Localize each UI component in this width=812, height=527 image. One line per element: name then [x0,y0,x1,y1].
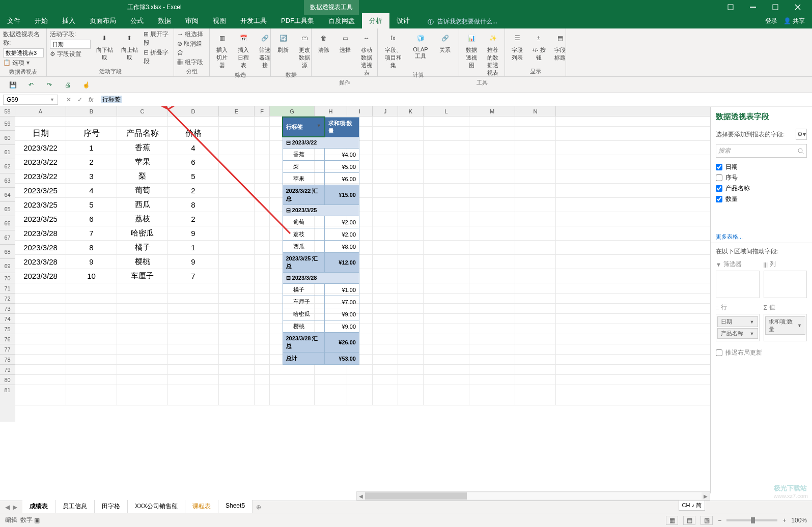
macro-record-icon[interactable]: ▣ [34,517,40,524]
ribbon-tab[interactable]: 开发工具 [233,13,274,28]
maximize-icon[interactable] [765,0,786,14]
value-chip[interactable]: 求和项:数量▼ [765,316,806,335]
sheet-tab[interactable]: Sheet5 [218,500,253,514]
plusminus-button[interactable]: ±+/- 按钮 [529,30,548,63]
more-tables-link[interactable]: 更多表格... [711,231,812,243]
status-num: 数字 [20,516,33,524]
share-button[interactable]: 👤 共享 [783,17,805,25]
sign-in-button[interactable]: 登录 [765,17,777,25]
insert-slicer-button[interactable]: ▥插入切片器 [213,30,231,70]
sheet-tab[interactable]: 课程表 [185,500,218,514]
formula-input[interactable]: 行标签 [98,94,812,105]
zoom-in-button[interactable]: + [782,517,786,524]
sheet-nav-next[interactable]: ▶ [13,504,17,511]
ribbon-tab[interactable]: 设计 [389,13,417,28]
sheet-tab[interactable]: 田字格 [95,500,128,514]
pivotchart-button[interactable]: 📊数据透视图 [462,30,481,70]
column-zone[interactable]: ||| 列 [764,259,807,298]
drill-down-button[interactable]: ⬇向下钻取 [94,30,116,63]
ribbon-tab[interactable]: 数据 [151,13,178,28]
sheet-nav-prev[interactable]: ◀ [5,504,10,511]
pivot-table[interactable]: 行标签 ▼求和项:数量⊟ 2023/3/22香蕉¥4.00梨¥5.00苹果¥6.… [282,116,359,365]
ime-indicator[interactable]: CH ♪ 简 [679,500,706,511]
ribbon-tab[interactable]: 文件 [0,13,27,28]
field-checkbox[interactable]: 数量 [716,194,807,204]
olap-tools-button[interactable]: 🧊OLAP 工具 [408,30,433,61]
filter-zone[interactable]: ▼ 筛选器 [716,259,760,298]
zoom-level[interactable]: 100% [791,517,807,524]
row-chip[interactable]: 日期▼ [717,316,758,327]
row-headers[interactable]: 5859606162636465666768697071727374757677… [0,106,15,422]
normal-view-icon[interactable]: ▦ [666,516,678,525]
fields-items-button[interactable]: fx字段、项目和集 [381,30,405,70]
ribbon-tab[interactable]: 公式 [123,13,151,28]
pvt-name-input[interactable] [3,48,44,57]
ribbon-tab[interactable]: 页面布局 [82,13,123,28]
refresh-button[interactable]: 🔄刷新 [274,30,292,55]
insert-timeline-button[interactable]: 📅插入日程表 [234,30,253,70]
field-checkbox[interactable]: 序号 [716,172,807,183]
ungroup-button[interactable]: ⊘ 取消组合 [177,40,206,57]
cancel-icon[interactable]: ✕ [66,96,71,103]
defer-layout-checkbox[interactable]: 推迟布局更新 [711,345,812,360]
ribbon-tab[interactable]: 审阅 [178,13,206,28]
row-chip[interactable]: 产品名称▼ [717,328,758,339]
values-zone[interactable]: Σ 值求和项:数量▼ [764,302,807,341]
undo-icon[interactable]: ↶ [25,79,37,91]
new-sheet-button[interactable]: ⊕ [253,504,265,511]
minimize-icon[interactable] [743,0,763,14]
expand-field-button[interactable]: ⊞ 展开字段 [144,30,171,47]
relations-button[interactable]: 🔗关系 [436,30,454,55]
group-selection-button[interactable]: → 组选择 [177,30,206,39]
field-headers-button[interactable]: ▤字段标题 [551,30,569,63]
ribbon-tab[interactable]: 百度网盘 [321,13,362,28]
tell-me[interactable]: 告诉我您想要做什么... [427,17,497,28]
ribbon-display-icon[interactable] [720,0,741,14]
redo-icon[interactable]: ↷ [44,79,55,91]
ribbon-tab[interactable]: 视图 [206,13,233,28]
field-settings-button[interactable]: ⚙ 字段设置 [50,50,91,58]
change-source-button[interactable]: 🗃更改数据源 [295,30,314,70]
select-button[interactable]: ▭选择 [336,30,354,55]
sheet-tab[interactable]: XXX公司销售额 [128,500,185,514]
active-field-input[interactable] [50,40,91,49]
move-pvt-button[interactable]: ↔移动数据透视表 [357,30,376,78]
zoom-slider[interactable] [726,519,777,521]
zoom-out-button[interactable]: − [718,517,721,524]
gear-icon[interactable]: ⚙▾ [796,129,807,140]
fx-icon[interactable]: fx [89,96,93,103]
svg-point-6 [430,20,431,21]
field-search-input[interactable]: 搜索 [716,144,807,158]
ribbon-tab[interactable]: 开始 [27,13,55,28]
recommended-pvt-button[interactable]: ✨推荐的数据透视表 [484,30,502,78]
ribbon-tab[interactable]: PDF工具集 [274,13,321,28]
row-zone[interactable]: ≡ 行日期▼产品名称▼ [716,302,760,341]
options-button[interactable]: 📋 选项 ▾ [3,58,44,67]
pane-title: 数据透视表字段 [711,107,812,127]
ribbon-tab[interactable]: 分析 [362,13,389,28]
save-icon[interactable]: 💾 [7,79,18,91]
cells-area[interactable]: 日期序号产品名称价格2023/3/221香蕉42023/3/222苹果62023… [15,116,812,405]
pvt-name-label: 数据透视表名称: [3,30,44,47]
touch-icon[interactable]: ☝ [80,79,92,91]
clear-button[interactable]: 🗑清除 [315,30,333,55]
group-field-button[interactable]: ▦ 组字段 [177,58,206,67]
pagelayout-view-icon[interactable]: ▤ [683,516,695,525]
collapse-field-button[interactable]: ⊟ 折叠字段 [144,48,171,66]
name-box[interactable]: G59▼ [3,95,58,105]
pagebreak-view-icon[interactable]: ▧ [701,516,713,525]
horizontal-scrollbar[interactable]: ◀▶ [356,491,710,501]
sheet-tab[interactable]: 成绩表 [22,500,55,514]
enter-icon[interactable]: ✓ [77,96,82,103]
close-icon[interactable] [788,0,808,14]
status-bar: 编辑 数字 ▣ ▦ ▤ ▧ − + 100% [0,513,812,527]
drill-up-button[interactable]: ⬆向上钻取 [119,30,141,63]
field-checkbox[interactable]: 产品名称 [716,183,807,194]
field-list[interactable]: 日期 序号 产品名称 数量 [711,160,812,231]
column-headers[interactable]: ABCDEFGHIJKLMN [15,106,812,116]
field-list-button[interactable]: ☰字段列表 [508,30,526,63]
ribbon-tab[interactable]: 插入 [55,13,82,28]
print-icon[interactable]: 🖨 [62,79,73,91]
sheet-tab[interactable]: 员工信息 [55,500,95,514]
field-checkbox[interactable]: 日期 [716,162,807,172]
